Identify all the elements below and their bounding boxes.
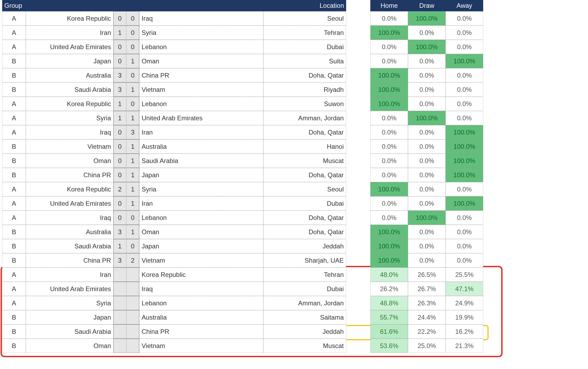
cell-s2[interactable] [126, 324, 139, 339]
cell-s1[interactable]: 0 [113, 139, 126, 154]
pct-d[interactable]: 0.0% [408, 225, 446, 239]
pct-d[interactable]: 0.0% [408, 26, 446, 40]
cell-home[interactable]: Japan [26, 310, 113, 324]
cell-s2[interactable]: 0 [126, 68, 139, 82]
cell-away[interactable]: Iran [139, 125, 263, 139]
pct-a[interactable]: 100.0% [446, 154, 483, 168]
cell-s1[interactable] [113, 339, 126, 353]
cell-s2[interactable]: 0 [126, 11, 139, 26]
cell-home[interactable]: Syria [26, 111, 113, 125]
pct-h[interactable]: 55.7% [370, 310, 408, 324]
pct-a[interactable]: 25.5% [446, 267, 483, 282]
cell-grp[interactable]: B [2, 253, 26, 267]
pct-d[interactable]: 0.0% [408, 97, 446, 111]
pct-h[interactable]: 100.0% [370, 26, 408, 40]
pct-d[interactable]: 26.5% [408, 267, 446, 282]
cell-loc[interactable]: Suwon [263, 97, 346, 111]
cell-grp[interactable]: A [2, 196, 26, 211]
cell-loc[interactable]: Saitama [263, 310, 346, 324]
cell-s1[interactable]: 3 [113, 82, 126, 97]
cell-away[interactable]: Japan [139, 239, 263, 253]
pct-d[interactable]: 100.0% [408, 211, 446, 225]
pct-d[interactable]: 0.0% [408, 68, 446, 82]
cell-loc[interactable]: Riyadh [263, 82, 346, 97]
pct-a[interactable]: 16.2% [446, 324, 483, 339]
cell-away[interactable]: Korea Republic [139, 267, 263, 282]
pct-a[interactable]: 0.0% [446, 225, 483, 239]
pct-a[interactable]: 47.1% [446, 282, 483, 296]
cell-loc[interactable]: Dubai [263, 282, 346, 296]
pct-a[interactable]: 24.9% [446, 296, 483, 310]
pct-a[interactable]: 0.0% [446, 239, 483, 253]
cell-s2[interactable]: 1 [126, 54, 139, 68]
cell-home[interactable]: Japan [26, 54, 113, 68]
cell-away[interactable]: Syria [139, 26, 263, 40]
pct-a[interactable]: 0.0% [446, 26, 483, 40]
cell-loc[interactable]: Tehran [263, 26, 346, 40]
pct-a[interactable]: 21.3% [446, 339, 483, 353]
cell-home[interactable]: Saudi Arabia [26, 239, 113, 253]
pct-h[interactable]: 48.0% [370, 267, 408, 282]
cell-loc[interactable]: Seoul [263, 11, 346, 26]
cell-away[interactable]: Lebanon [139, 97, 263, 111]
cell-s2[interactable] [126, 310, 139, 324]
cell-grp[interactable]: B [2, 324, 26, 339]
pct-a[interactable]: 100.0% [446, 54, 483, 68]
cell-grp[interactable]: B [2, 339, 26, 353]
pct-h[interactable]: 0.0% [370, 139, 408, 154]
cell-away[interactable]: Australia [139, 310, 263, 324]
cell-s2[interactable] [126, 296, 139, 310]
cell-grp[interactable]: B [2, 82, 26, 97]
cell-home[interactable]: United Arab Emirates [26, 196, 113, 211]
cell-s1[interactable] [113, 296, 126, 310]
cell-loc[interactable]: Dubai [263, 196, 346, 211]
cell-away[interactable]: Oman [139, 54, 263, 68]
cell-away[interactable]: United Arab Emirates [139, 111, 263, 125]
cell-away[interactable]: Australia [139, 139, 263, 154]
pct-h[interactable]: 100.0% [370, 239, 408, 253]
cell-s1[interactable]: 3 [113, 253, 126, 267]
cell-home[interactable]: Saudi Arabia [26, 82, 113, 97]
cell-s2[interactable]: 1 [126, 168, 139, 182]
cell-away[interactable]: China PR [139, 324, 263, 339]
cell-s2[interactable]: 0 [126, 239, 139, 253]
cell-loc[interactable]: Doha, Qatar [263, 168, 346, 182]
cell-grp[interactable]: B [2, 168, 26, 182]
cell-loc[interactable]: Hanoi [263, 139, 346, 154]
cell-loc[interactable]: Doha, Qatar [263, 225, 346, 239]
pct-d[interactable]: 0.0% [408, 239, 446, 253]
pct-h[interactable]: 48.8% [370, 296, 408, 310]
cell-away[interactable]: Lebanon [139, 211, 263, 225]
cell-grp[interactable]: B [2, 68, 26, 82]
pct-a[interactable]: 0.0% [446, 97, 483, 111]
cell-s2[interactable] [126, 267, 139, 282]
cell-loc[interactable]: Suita [263, 54, 346, 68]
cell-away[interactable]: Saudi Arabia [139, 154, 263, 168]
cell-s2[interactable]: 0 [126, 40, 139, 54]
cell-home[interactable]: Iraq [26, 211, 113, 225]
pct-h[interactable]: 0.0% [370, 168, 408, 182]
pct-h[interactable]: 0.0% [370, 154, 408, 168]
pct-d[interactable]: 0.0% [408, 168, 446, 182]
cell-s1[interactable]: 1 [113, 111, 126, 125]
cell-loc[interactable]: Doha, Qatar [263, 125, 346, 139]
cell-s1[interactable] [113, 282, 126, 296]
pct-d[interactable]: 0.0% [408, 54, 446, 68]
cell-away[interactable]: Japan [139, 168, 263, 182]
pct-h[interactable]: 100.0% [370, 68, 408, 82]
cell-s1[interactable]: 3 [113, 68, 126, 82]
cell-away[interactable]: Vietnam [139, 82, 263, 97]
pct-h[interactable]: 53.6% [370, 339, 408, 353]
pct-d[interactable]: 0.0% [408, 154, 446, 168]
pct-a[interactable]: 0.0% [446, 182, 483, 196]
cell-home[interactable]: Syria [26, 296, 113, 310]
cell-grp[interactable]: A [2, 182, 26, 196]
cell-away[interactable]: China PR [139, 68, 263, 82]
cell-s2[interactable]: 0 [126, 211, 139, 225]
pct-h[interactable]: 100.0% [370, 225, 408, 239]
pct-h[interactable]: 26.2% [370, 282, 408, 296]
cell-loc[interactable]: Muscat [263, 339, 346, 353]
pct-a[interactable]: 0.0% [446, 11, 483, 26]
cell-grp[interactable]: A [2, 211, 26, 225]
cell-home[interactable]: Iraq [26, 125, 113, 139]
